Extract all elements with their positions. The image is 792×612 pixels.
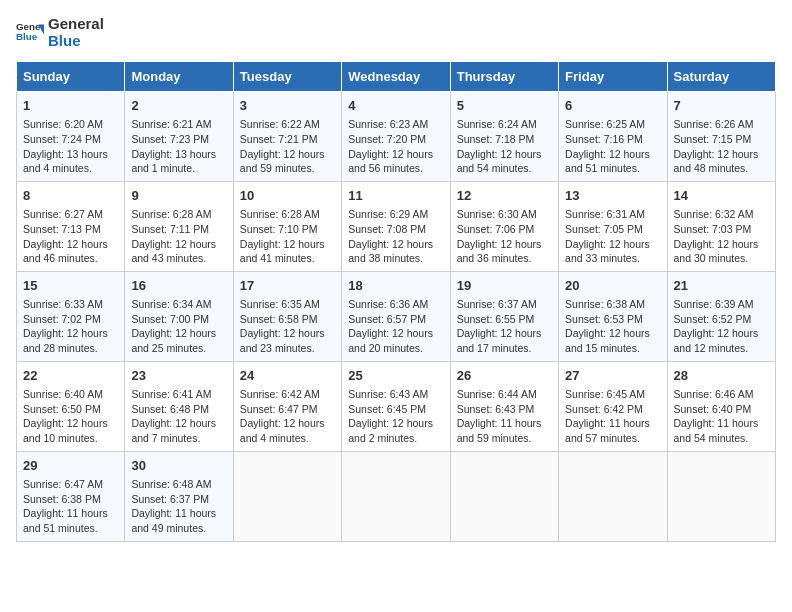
day-info: and 49 minutes. <box>131 521 226 536</box>
calendar-cell: 22Sunrise: 6:40 AMSunset: 6:50 PMDayligh… <box>17 361 125 451</box>
day-info: and 25 minutes. <box>131 341 226 356</box>
day-info: Sunrise: 6:43 AM <box>348 387 443 402</box>
day-info: Sunset: 7:06 PM <box>457 222 552 237</box>
calendar-cell: 2Sunrise: 6:21 AMSunset: 7:23 PMDaylight… <box>125 92 233 182</box>
day-number: 15 <box>23 277 118 295</box>
calendar-cell <box>233 451 341 541</box>
day-info: and 57 minutes. <box>565 431 660 446</box>
day-info: Sunset: 7:21 PM <box>240 132 335 147</box>
day-info: and 33 minutes. <box>565 251 660 266</box>
calendar-cell: 11Sunrise: 6:29 AMSunset: 7:08 PMDayligh… <box>342 181 450 271</box>
calendar-header: SundayMondayTuesdayWednesdayThursdayFrid… <box>17 62 776 92</box>
day-info: Sunrise: 6:46 AM <box>674 387 769 402</box>
day-info: and 51 minutes. <box>565 161 660 176</box>
day-number: 9 <box>131 187 226 205</box>
day-info: Sunset: 6:58 PM <box>240 312 335 327</box>
day-header-tuesday: Tuesday <box>233 62 341 92</box>
day-info: Sunrise: 6:30 AM <box>457 207 552 222</box>
calendar-cell: 7Sunrise: 6:26 AMSunset: 7:15 PMDaylight… <box>667 92 775 182</box>
calendar-cell: 5Sunrise: 6:24 AMSunset: 7:18 PMDaylight… <box>450 92 558 182</box>
day-info: and 1 minute. <box>131 161 226 176</box>
calendar-cell: 20Sunrise: 6:38 AMSunset: 6:53 PMDayligh… <box>559 271 667 361</box>
day-number: 24 <box>240 367 335 385</box>
day-number: 6 <box>565 97 660 115</box>
day-info: and 54 minutes. <box>457 161 552 176</box>
day-info: Sunrise: 6:47 AM <box>23 477 118 492</box>
day-info: Sunrise: 6:33 AM <box>23 297 118 312</box>
day-number: 7 <box>674 97 769 115</box>
day-info: Sunset: 7:18 PM <box>457 132 552 147</box>
day-number: 14 <box>674 187 769 205</box>
calendar-cell: 16Sunrise: 6:34 AMSunset: 7:00 PMDayligh… <box>125 271 233 361</box>
day-info: Sunrise: 6:27 AM <box>23 207 118 222</box>
day-info: Daylight: 11 hours <box>457 416 552 431</box>
day-number: 22 <box>23 367 118 385</box>
day-info: Sunrise: 6:20 AM <box>23 117 118 132</box>
calendar-cell: 29Sunrise: 6:47 AMSunset: 6:38 PMDayligh… <box>17 451 125 541</box>
calendar-cell: 1Sunrise: 6:20 AMSunset: 7:24 PMDaylight… <box>17 92 125 182</box>
day-info: Sunrise: 6:41 AM <box>131 387 226 402</box>
page-header: General Blue General Blue <box>16 16 776 49</box>
day-info: Daylight: 12 hours <box>348 326 443 341</box>
day-info: and 4 minutes. <box>240 431 335 446</box>
svg-text:Blue: Blue <box>16 31 38 42</box>
calendar-cell: 26Sunrise: 6:44 AMSunset: 6:43 PMDayligh… <box>450 361 558 451</box>
day-info: Sunrise: 6:29 AM <box>348 207 443 222</box>
day-number: 30 <box>131 457 226 475</box>
day-info: Sunset: 6:48 PM <box>131 402 226 417</box>
day-info: Daylight: 12 hours <box>348 147 443 162</box>
calendar-cell: 12Sunrise: 6:30 AMSunset: 7:06 PMDayligh… <box>450 181 558 271</box>
day-info: Sunset: 6:52 PM <box>674 312 769 327</box>
day-info: Daylight: 12 hours <box>565 237 660 252</box>
day-info: and 59 minutes. <box>240 161 335 176</box>
day-number: 12 <box>457 187 552 205</box>
day-info: and 7 minutes. <box>131 431 226 446</box>
calendar-cell <box>342 451 450 541</box>
day-info: Sunset: 6:42 PM <box>565 402 660 417</box>
day-info: Daylight: 12 hours <box>240 416 335 431</box>
day-number: 2 <box>131 97 226 115</box>
day-info: and 10 minutes. <box>23 431 118 446</box>
day-info: Sunset: 7:03 PM <box>674 222 769 237</box>
calendar-cell <box>667 451 775 541</box>
day-info: Sunset: 7:11 PM <box>131 222 226 237</box>
day-info: and 28 minutes. <box>23 341 118 356</box>
day-number: 10 <box>240 187 335 205</box>
day-info: and 17 minutes. <box>457 341 552 356</box>
day-info: Sunrise: 6:34 AM <box>131 297 226 312</box>
day-number: 28 <box>674 367 769 385</box>
day-info: Sunset: 7:20 PM <box>348 132 443 147</box>
day-info: Sunrise: 6:36 AM <box>348 297 443 312</box>
day-header-wednesday: Wednesday <box>342 62 450 92</box>
day-number: 3 <box>240 97 335 115</box>
calendar-cell: 13Sunrise: 6:31 AMSunset: 7:05 PMDayligh… <box>559 181 667 271</box>
calendar-cell: 19Sunrise: 6:37 AMSunset: 6:55 PMDayligh… <box>450 271 558 361</box>
day-number: 8 <box>23 187 118 205</box>
calendar-cell: 8Sunrise: 6:27 AMSunset: 7:13 PMDaylight… <box>17 181 125 271</box>
day-info: Sunrise: 6:38 AM <box>565 297 660 312</box>
calendar-cell: 14Sunrise: 6:32 AMSunset: 7:03 PMDayligh… <box>667 181 775 271</box>
logo: General Blue General Blue <box>16 16 104 49</box>
day-number: 27 <box>565 367 660 385</box>
day-info: Sunrise: 6:42 AM <box>240 387 335 402</box>
week-row-4: 22Sunrise: 6:40 AMSunset: 6:50 PMDayligh… <box>17 361 776 451</box>
day-info: Daylight: 12 hours <box>240 237 335 252</box>
day-info: Sunrise: 6:28 AM <box>131 207 226 222</box>
calendar-cell: 4Sunrise: 6:23 AMSunset: 7:20 PMDaylight… <box>342 92 450 182</box>
day-info: Sunset: 6:38 PM <box>23 492 118 507</box>
day-number: 5 <box>457 97 552 115</box>
day-info: Daylight: 12 hours <box>348 237 443 252</box>
day-number: 13 <box>565 187 660 205</box>
day-info: Sunrise: 6:21 AM <box>131 117 226 132</box>
day-info: and 54 minutes. <box>674 431 769 446</box>
day-number: 21 <box>674 277 769 295</box>
calendar-cell: 10Sunrise: 6:28 AMSunset: 7:10 PMDayligh… <box>233 181 341 271</box>
day-info: Sunrise: 6:40 AM <box>23 387 118 402</box>
day-info: Daylight: 12 hours <box>240 326 335 341</box>
day-info: Sunset: 6:50 PM <box>23 402 118 417</box>
week-row-3: 15Sunrise: 6:33 AMSunset: 7:02 PMDayligh… <box>17 271 776 361</box>
calendar-body: 1Sunrise: 6:20 AMSunset: 7:24 PMDaylight… <box>17 92 776 542</box>
day-info: and 48 minutes. <box>674 161 769 176</box>
day-info: Sunrise: 6:22 AM <box>240 117 335 132</box>
day-info: Sunset: 6:45 PM <box>348 402 443 417</box>
